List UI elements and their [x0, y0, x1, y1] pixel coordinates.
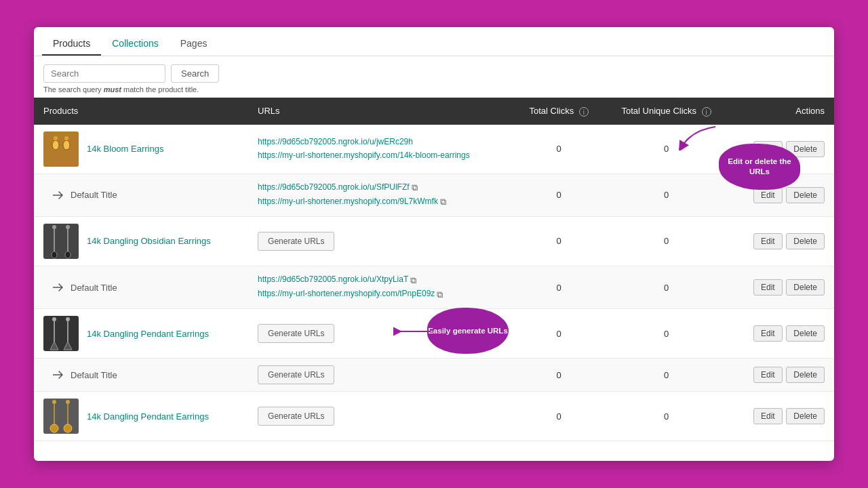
search-hint: The search query must match the product … — [43, 85, 825, 94]
svg-point-22 — [50, 424, 58, 432]
edit-button[interactable]: Edit — [753, 233, 783, 249]
url-cell: https://9d65cb792005.ngrok.io/u/jwERc29h… — [248, 125, 514, 174]
total-clicks-cell: 0 — [514, 309, 604, 359]
generate-urls-button[interactable]: Generate URLs — [258, 232, 334, 251]
svg-point-11 — [66, 225, 70, 229]
total-clicks-cell: 0 — [514, 125, 604, 174]
variant-url-cell: https://9d65cb792005.ngrok.io/u/SfPUlFZf… — [248, 174, 514, 216]
search-button[interactable]: Search — [171, 64, 219, 83]
total-unique-clicks-cell: 0 — [604, 174, 728, 216]
svg-rect-12 — [43, 316, 79, 351]
table-header-row: Products URLs Total Clicks i Total Uniqu… — [34, 98, 834, 125]
product-image — [43, 316, 79, 351]
search-input[interactable] — [43, 64, 165, 83]
tab-pages[interactable]: Pages — [170, 33, 218, 56]
svg-point-8 — [52, 251, 57, 258]
copy-icon[interactable]: ⧉ — [412, 182, 421, 192]
product-name-link[interactable]: 14k Dangling Pendant Earrings — [87, 411, 209, 422]
total-clicks-cell: 0 — [514, 216, 604, 266]
action-cell: Edit Delete — [729, 266, 834, 308]
product-cell: 14k Dangling Obsidian Earrings — [34, 216, 248, 266]
table-wrapper: Edit or delete the URLs Easily generate … — [34, 98, 834, 441]
tab-products[interactable]: Products — [42, 33, 101, 56]
url-link[interactable]: https://my-url-shortener.myshopify.com/9… — [258, 195, 438, 208]
unique-clicks-info-icon[interactable]: i — [702, 107, 711, 117]
delete-button[interactable]: Delete — [786, 187, 825, 203]
total-clicks-cell: 0 — [514, 392, 604, 441]
col-products: Products — [34, 98, 248, 125]
annotation-generate-arrow — [393, 321, 434, 342]
svg-point-9 — [65, 251, 71, 258]
arrow-right-icon — [53, 283, 65, 292]
svg-point-10 — [52, 225, 56, 229]
total-clicks-cell: 0 — [514, 359, 604, 392]
total-clicks-cell: 0 — [514, 266, 604, 308]
variant-url-cell: https://9d65cb792005.ngrok.io/u/XtpyLiaT… — [248, 266, 514, 308]
svg-point-23 — [64, 424, 72, 432]
svg-rect-19 — [43, 399, 79, 434]
annotation-edit-arrow — [678, 123, 719, 150]
url-link[interactable]: https://my-url-shortener.myshopify.com/t… — [258, 287, 435, 300]
action-cell: Edit Delete — [729, 392, 834, 441]
product-name-link[interactable]: 14k Bloom Earrings — [87, 144, 163, 154]
url-link[interactable]: https://my-url-shortener.myshopify.com/1… — [258, 149, 505, 162]
total-clicks-info-icon[interactable]: i — [579, 107, 589, 117]
svg-point-1 — [52, 140, 59, 150]
generate-urls-button[interactable]: Generate URLs — [258, 324, 334, 343]
table-row: Default Title https://9d65cb792005.ngrok… — [34, 174, 834, 216]
product-name-link[interactable]: 14k Dangling Pendant Earrings — [87, 329, 209, 339]
product-image — [43, 131, 79, 167]
delete-button[interactable]: Delete — [786, 367, 825, 383]
total-unique-clicks-cell: 0 — [604, 309, 728, 359]
col-total-clicks: Total Clicks i — [514, 98, 604, 125]
copy-icon[interactable]: ⧉ — [437, 289, 446, 299]
svg-rect-0 — [43, 131, 79, 167]
delete-button[interactable]: Delete — [786, 279, 825, 296]
svg-point-25 — [66, 400, 70, 404]
col-urls: URLs — [248, 98, 514, 125]
product-name-link[interactable]: 14k Dangling Obsidian Earrings — [87, 236, 211, 246]
total-unique-clicks-cell: 0 — [604, 359, 728, 392]
action-cell: Edit Delete — [729, 359, 834, 392]
edit-button[interactable]: Edit — [753, 367, 783, 383]
variant-cell: Default Title — [34, 266, 248, 308]
url-link[interactable]: https://9d65cb792005.ngrok.io/u/jwERc29h — [258, 136, 505, 148]
delete-button[interactable]: Delete — [786, 325, 825, 342]
total-unique-clicks-cell: 0 — [604, 392, 728, 441]
delete-button[interactable]: Delete — [786, 233, 825, 249]
annotation-edit-bubble: Edit or delete the URLs — [719, 144, 800, 190]
variant-url-cell: Generate URLs — [248, 359, 514, 392]
url-link[interactable]: https://9d65cb792005.ngrok.io/u/XtpyLiaT — [258, 273, 408, 286]
variant-cell: Default Title — [34, 174, 248, 216]
svg-point-3 — [54, 136, 58, 140]
url-link[interactable]: https://9d65cb792005.ngrok.io/u/SfPUlFZf — [258, 181, 409, 194]
edit-button[interactable]: Edit — [753, 279, 783, 296]
svg-point-4 — [64, 136, 68, 140]
tab-collections[interactable]: Collections — [101, 33, 169, 56]
tabs-bar: Products Collections Pages — [34, 27, 834, 56]
svg-point-24 — [52, 400, 56, 404]
table-row: 14k Dangling Pendant Earrings Generate U… — [34, 392, 834, 441]
arrow-right-icon — [53, 190, 65, 200]
copy-icon[interactable]: ⧉ — [410, 275, 420, 285]
generate-urls-button[interactable]: Generate URLs — [258, 365, 334, 384]
svg-point-18 — [66, 317, 70, 321]
table-row: Default Title https://9d65cb792005.ngrok… — [34, 266, 834, 308]
copy-icon[interactable]: ⧉ — [440, 197, 450, 206]
variant-name: Default Title — [71, 370, 117, 380]
table-row: Default Title Generate URLs 0 0 Edit Del… — [34, 359, 834, 392]
delete-button[interactable]: Delete — [786, 408, 825, 424]
edit-button[interactable]: Edit — [753, 325, 783, 342]
annotation-generate-bubble: Easily generate URLs — [427, 308, 509, 354]
svg-point-2 — [63, 140, 70, 150]
product-cell: 14k Dangling Pendant Earrings — [34, 309, 248, 359]
total-unique-clicks-cell: 0 — [604, 266, 728, 308]
edit-button[interactable]: Edit — [753, 408, 783, 424]
product-cell: 14k Dangling Pendant Earrings — [34, 392, 248, 441]
variant-cell: Default Title — [34, 359, 248, 392]
arrow-right-icon — [53, 370, 65, 380]
col-total-unique-clicks: Total Unique Clicks i — [604, 98, 728, 125]
variant-name: Default Title — [71, 283, 117, 293]
generate-urls-button[interactable]: Generate URLs — [258, 407, 334, 426]
svg-point-17 — [52, 317, 56, 321]
